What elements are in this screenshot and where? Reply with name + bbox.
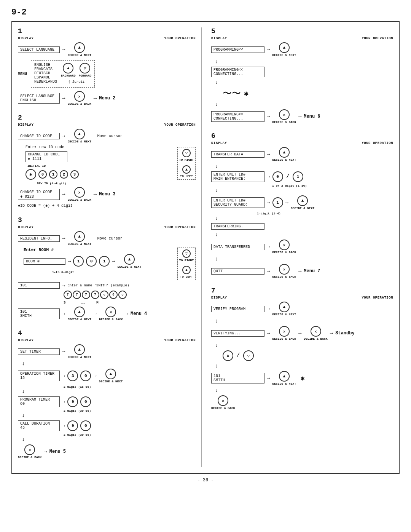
s2-cursor-up-btn[interactable]: ▲ — [182, 165, 191, 174]
s3-dn-label2: DECIDE & NEXT — [118, 265, 141, 268]
s5-arrow3: → — [267, 113, 270, 120]
s1-forward-btn[interactable]: ▽ FORWARD — [78, 63, 91, 77]
s3-cursor-up[interactable]: ▲ — [182, 266, 191, 274]
s7-db-label3: DECIDE & BACK — [211, 406, 235, 410]
s7-up-btn[interactable]: ▲ — [279, 302, 290, 312]
s7-x-btn2[interactable]: ✕ — [311, 326, 321, 337]
s7-dn-circle2[interactable]: ▲ — [279, 371, 290, 382]
s2-decide-back-btn[interactable]: ✕ DECIDE & BACK — [67, 187, 91, 201]
s2-digit3-btn[interactable]: 3 — [70, 170, 79, 179]
s7-step4-row: ✕ DECIDE & BACK — [211, 395, 393, 410]
s2-decide-next-btn[interactable]: ▲ DECIDE & NEXT — [67, 129, 91, 143]
s2-step1-row: CHANGE ID CODE → ▲ DECIDE & NEXT Move cu… — [18, 129, 196, 143]
s6-digit1-btn[interactable]: 1 — [293, 171, 303, 182]
s4-digit3-btn[interactable]: 3 — [67, 371, 78, 381]
s4-digit0-btn[interactable]: 0 — [80, 371, 91, 381]
s7-x-btn3[interactable]: ✕ — [218, 395, 228, 406]
s6-step1-row: TRANSFER DATA → ▲ DECIDE & NEXT — [211, 147, 393, 161]
s5-x-btn[interactable]: ✕ — [279, 109, 290, 120]
s7-nav-up-btn[interactable]: ▲ — [223, 350, 233, 361]
s3-chardn-btn[interactable]: ▽ — [118, 291, 127, 299]
s3-room-row: ROOM # → 1 0 1 → ▲ DECIDE & NEXT — [24, 254, 174, 268]
s1-fw-label: FORWARD — [78, 74, 91, 77]
s4-digit9a-btn[interactable]: 9 — [67, 396, 78, 407]
s3-db-btn3[interactable]: ✕ DECIDE & BACK — [99, 307, 123, 321]
s6-x-btn2[interactable]: ✕ — [279, 264, 290, 275]
s3-digit1-btn[interactable]: 1 — [73, 256, 84, 267]
s3-char7b-btn[interactable]: 7 — [73, 291, 81, 299]
s6-dn-btn[interactable]: ▲ DECIDE & NEXT — [272, 147, 296, 161]
s5-step3-row: PROGRAMMING<< CONNECTING... → ✕ DECIDE &… — [211, 109, 393, 124]
s3-x-btn3[interactable]: ✕ — [105, 307, 116, 317]
s4-db-btn[interactable]: ✕ DECIDE & BACK — [18, 444, 41, 459]
s1-decide-back-btn[interactable]: ✕ DECIDE & BACK — [67, 91, 91, 105]
s3-char7d-btn[interactable]: 7 — [91, 291, 99, 299]
s1-bw-circle[interactable]: ▲ — [63, 63, 73, 73]
s1-decide-next-btn[interactable]: ▲ DECIDE & NEXT — [67, 42, 91, 57]
s6-db-btn[interactable]: ✕ DECIDE & BACK — [272, 240, 296, 254]
s3-char6-btn[interactable]: 6 — [109, 291, 118, 299]
s3-char7e-btn[interactable]: ▽ — [100, 291, 108, 299]
s7-dn-btn[interactable]: ▲ DECIDE & NEXT — [272, 302, 296, 316]
s6-x-btn[interactable]: ✕ — [279, 240, 290, 250]
s4-up-btn[interactable]: ▲ — [74, 344, 85, 355]
s3-decide-next-btn2[interactable]: ▲ DECIDE & NEXT — [118, 254, 141, 268]
s4-x-btn[interactable]: ✕ — [24, 444, 35, 455]
s2-x-btn[interactable]: ✕ — [74, 187, 85, 198]
s6-db-btn2[interactable]: ✕ DECIDE & BACK — [272, 264, 296, 278]
s7-nav-dn-btn[interactable]: ▽ — [243, 350, 254, 361]
s4-dn-btn2[interactable]: ▲ DECIDE & NEXT — [99, 369, 123, 383]
s5-up-btn[interactable]: ▲ — [279, 42, 290, 53]
s4-digit0c-btn[interactable]: 0 — [80, 420, 91, 431]
s3-dots: …… — [81, 301, 85, 305]
s4-digit0b-btn[interactable]: 0 — [80, 396, 91, 407]
s2-digit0-btn[interactable]: 0 — [38, 170, 47, 179]
s2-star-btn[interactable]: ✱ — [25, 169, 36, 180]
s3-char7a-btn[interactable]: 7 — [64, 291, 72, 299]
s6-up-btn[interactable]: ▲ — [279, 147, 290, 158]
s7-x-btn1[interactable]: ✕ — [279, 326, 290, 337]
s2-digit1-btn[interactable]: 1 — [49, 170, 57, 179]
s3-s-label: S — [64, 301, 65, 305]
s5-down3: ↓ — [215, 101, 393, 107]
s6-d2-l2: MAIN ENTRANCE: — [213, 177, 262, 181]
s1-backward-btn[interactable]: ▲ BACKWARD — [61, 63, 75, 77]
s4-digit9b-btn[interactable]: 9 — [67, 420, 78, 431]
s2-digit2-btn[interactable]: 2 — [60, 170, 68, 179]
s1-up-btn[interactable]: ▲ — [74, 42, 85, 53]
s6-digit1b-btn[interactable]: 1 — [272, 197, 283, 208]
s5-arrow4: → — [298, 113, 301, 120]
s3-up-btn[interactable]: ▲ — [74, 231, 85, 242]
s2-display2-l2: ✱ 1111 — [28, 157, 65, 161]
s4-dn-circle2[interactable]: ▲ — [105, 369, 116, 379]
s2-up-btn[interactable]: ▲ — [74, 129, 85, 139]
s7-db-btn3[interactable]: ✕ DECIDE & BACK — [211, 395, 235, 410]
s4-dn-btn[interactable]: ▲ DECIDE & NEXT — [67, 344, 91, 359]
s6-digit0-btn[interactable]: 0 — [272, 171, 283, 182]
s3-up-btn3[interactable]: ▲ — [74, 307, 85, 317]
s1-fw-circle[interactable]: ▽ — [80, 63, 90, 73]
s3-dn-btn3[interactable]: ▲ DECIDE & NEXT — [67, 307, 91, 321]
s3-digit0-btn[interactable]: 0 — [86, 256, 97, 267]
s6-dn-circle2[interactable]: ▲ — [297, 195, 308, 206]
s1-x-btn[interactable]: ✕ — [74, 91, 85, 102]
s5-dn-btn[interactable]: ▲ DECIDE & NEXT — [272, 42, 296, 57]
s3-dn-btn[interactable]: ▲ — [124, 254, 135, 265]
s7-db-label2: DECIDE & BACK — [304, 337, 327, 340]
s7-db-btn2[interactable]: ✕ DECIDE & BACK — [304, 326, 327, 340]
s4-dn-label2: DECIDE & NEXT — [99, 380, 123, 383]
s3-digit1b-btn[interactable]: 1 — [99, 256, 110, 267]
s5-db-btn[interactable]: ✕ DECIDE & BACK — [272, 109, 296, 124]
s7-db-btn1[interactable]: ✕ DECIDE & BACK — [272, 326, 296, 340]
s7-arrow1: → — [267, 306, 270, 312]
s6-display4: TRANSFERRING. — [211, 223, 264, 230]
page-title: 9-2 — [11, 8, 400, 17]
s3-char7c-btn[interactable]: 7 — [82, 291, 90, 299]
s6-display1: TRANSFER DATA — [211, 151, 264, 158]
s6-dn-btn2[interactable]: ▲ DECIDE & NEXT — [291, 195, 314, 210]
s2-cursor-down-btn[interactable]: ▽ — [182, 149, 191, 157]
s7-dn-btn2[interactable]: ▲ DECIDE & NEXT — [272, 371, 296, 385]
s7-arrow4: → — [330, 330, 333, 336]
s3-decide-next-btn[interactable]: ▲ DECIDE & NEXT — [67, 231, 91, 246]
s3-cursor-dn[interactable]: ▽ — [182, 249, 191, 258]
